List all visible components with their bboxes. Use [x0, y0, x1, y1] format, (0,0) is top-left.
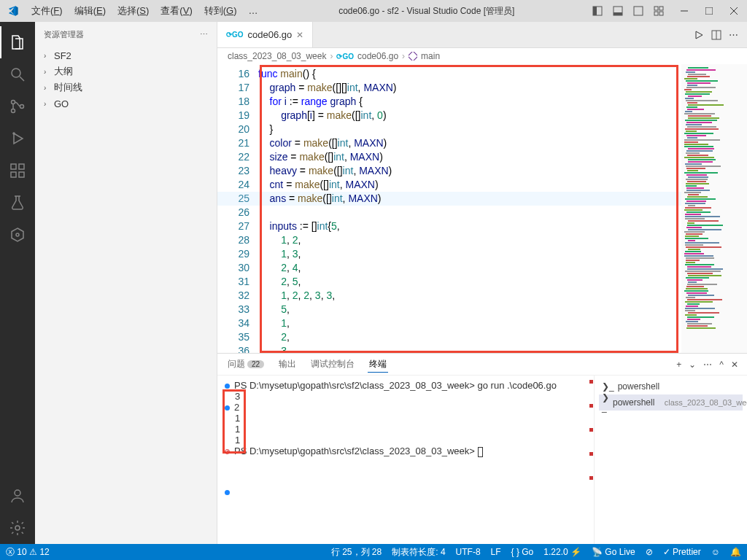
tab-close-icon[interactable]: ✕: [296, 30, 303, 40]
svg-rect-8: [659, 12, 663, 15]
menu-select[interactable]: 选择(S): [112, 0, 155, 22]
activity-bar: [0, 22, 35, 544]
svg-rect-4: [634, 7, 643, 15]
menu-view[interactable]: 查看(V): [155, 0, 198, 22]
status-cursor[interactable]: 行 25，列 28: [331, 546, 382, 559]
svg-rect-30: [409, 52, 417, 61]
tree-item[interactable]: ›大纲: [35, 63, 217, 79]
svg-point-25: [15, 490, 20, 496]
panel-more-icon[interactable]: ⋯: [703, 359, 712, 370]
svg-rect-5: [654, 7, 658, 10]
tab-label: code06.go: [248, 29, 293, 40]
account-icon[interactable]: [0, 480, 35, 512]
menu-edit[interactable]: 编辑(E): [69, 0, 112, 22]
terminal[interactable]: PS D:\mysetup\gopath\src\sf2\class_2023_…: [217, 376, 588, 544]
tab-problems[interactable]: 问题22: [226, 357, 266, 372]
tab-debug[interactable]: 调试控制台: [309, 357, 356, 372]
terminal-dropdown-icon[interactable]: ⌄: [689, 359, 696, 370]
breadcrumb-file[interactable]: code06.go: [357, 51, 398, 61]
vscode-icon: [0, 5, 26, 17]
sidebar: 资源管理器 ⋯ ›SF2›大纲›时间线›GO: [35, 22, 217, 544]
terminal-ruler: [588, 376, 594, 544]
svg-rect-6: [659, 7, 663, 10]
status-circle-icon[interactable]: ⊘: [646, 547, 653, 557]
panel: 问题22 输出 调试控制台 终端 + ⌄ ⋯ ^ ✕ PS D:\mysetup…: [217, 353, 747, 544]
minimap[interactable]: [681, 64, 747, 353]
split-editor-icon[interactable]: [711, 30, 721, 40]
svg-rect-23: [19, 164, 24, 169]
debug-icon[interactable]: [0, 122, 35, 155]
breadcrumb-folder[interactable]: class_2023_08_03_week: [228, 51, 326, 61]
test-icon[interactable]: [0, 187, 35, 219]
menu-more[interactable]: …: [243, 0, 264, 22]
code-content[interactable]: func main() { graph = make([][]int, MAXN…: [258, 64, 681, 353]
status-prettier[interactable]: ✓ Prettier: [663, 547, 701, 557]
editor: ⟳GO code06.go ✕ ⋯ class_2023_08_03_week …: [217, 22, 747, 544]
close-icon[interactable]: [724, 1, 744, 21]
go-file-icon: ⟳GO: [226, 31, 244, 39]
terminal-line: PS D:\mysetup\gopath\src\sf2\class_2023_…: [234, 380, 557, 391]
status-golive[interactable]: 📡 Go Live: [592, 547, 635, 557]
status-bell-icon[interactable]: 🔔: [730, 547, 741, 557]
status-bar: ⓧ 10 ⚠ 12 行 25，列 28 制表符长度: 4 UTF-8 LF { …: [0, 544, 747, 560]
menu-file[interactable]: 文件(F): [26, 0, 69, 22]
tab-terminal[interactable]: 终端: [368, 357, 388, 373]
editor-more-icon[interactable]: ⋯: [729, 29, 738, 40]
status-feedback-icon[interactable]: ☺: [711, 547, 720, 557]
svg-rect-22: [19, 172, 24, 177]
svg-point-16: [12, 109, 15, 113]
tab-bar: ⟳GO code06.go ✕ ⋯: [217, 22, 747, 48]
svg-marker-27: [696, 31, 703, 39]
line-gutter: 1617181920212223242526272829303132333435…: [229, 64, 258, 353]
svg-rect-3: [614, 12, 622, 15]
svg-point-24: [16, 233, 19, 236]
ext2-icon[interactable]: [0, 219, 35, 251]
svg-rect-1: [593, 7, 597, 15]
tree-item[interactable]: ›时间线: [35, 79, 217, 96]
panel-tabs: 问题22 输出 调试控制台 终端 + ⌄ ⋯ ^ ✕: [217, 354, 747, 376]
tab-output[interactable]: 输出: [277, 357, 298, 372]
new-terminal-icon[interactable]: +: [676, 359, 681, 370]
panel-maximize-icon[interactable]: ^: [719, 359, 724, 370]
svg-rect-20: [11, 164, 16, 169]
status-errors[interactable]: ⓧ 10 ⚠ 12: [6, 546, 50, 559]
breadcrumb-symbol[interactable]: main: [421, 51, 440, 61]
scm-icon[interactable]: [0, 90, 35, 122]
sidebar-header: 资源管理器 ⋯: [35, 22, 217, 47]
status-tabsize[interactable]: 制表符长度: 4: [392, 546, 445, 559]
tab-code06[interactable]: ⟳GO code06.go ✕: [217, 22, 313, 47]
menu-goto[interactable]: 转到(G): [198, 0, 243, 22]
breadcrumb[interactable]: class_2023_08_03_week › ⟳GO code06.go › …: [217, 48, 747, 64]
sidebar-title: 资源管理器: [44, 29, 84, 40]
explorer-icon[interactable]: [0, 26, 35, 58]
search-icon[interactable]: [0, 58, 35, 90]
shell-item[interactable]: ❯_powershell class_2023_08_03_week: [599, 394, 743, 411]
problems-badge: 22: [247, 360, 264, 368]
go-file-icon: ⟳GO: [336, 52, 354, 61]
svg-point-15: [12, 101, 15, 104]
run-icon[interactable]: [694, 30, 704, 40]
tree-item[interactable]: ›GO: [35, 96, 217, 112]
status-lang[interactable]: { } Go: [511, 547, 534, 557]
panel-close-icon[interactable]: ✕: [731, 359, 738, 370]
status-eol[interactable]: LF: [491, 547, 501, 557]
minimize-icon[interactable]: [674, 1, 694, 21]
layout-toggle-primary-icon[interactable]: [589, 3, 605, 19]
terminal-shell-list: ❯_powershell ❯_powershell class_2023_08_…: [594, 376, 747, 544]
svg-point-13: [12, 69, 20, 77]
status-version[interactable]: 1.22.0 ⚡: [543, 547, 581, 557]
status-encoding[interactable]: UTF-8: [456, 547, 481, 557]
gear-icon[interactable]: [0, 512, 35, 544]
svg-point-17: [20, 105, 24, 109]
shell-item[interactable]: ❯_powershell: [599, 378, 743, 394]
sidebar-more-icon[interactable]: ⋯: [200, 30, 208, 39]
svg-rect-10: [705, 7, 713, 15]
terminal-prompt: PS D:\mysetup\gopath\src\sf2\class_2023_…: [234, 446, 478, 456]
tree-item[interactable]: ›SF2: [35, 47, 217, 63]
layout-toggle-secondary-icon[interactable]: [630, 3, 646, 19]
layout-customize-icon[interactable]: [651, 3, 667, 19]
extensions-icon[interactable]: [0, 155, 35, 187]
code-area[interactable]: 1617181920212223242526272829303132333435…: [217, 64, 747, 353]
layout-toggle-panel-icon[interactable]: [610, 3, 626, 19]
maximize-icon[interactable]: [699, 1, 719, 21]
